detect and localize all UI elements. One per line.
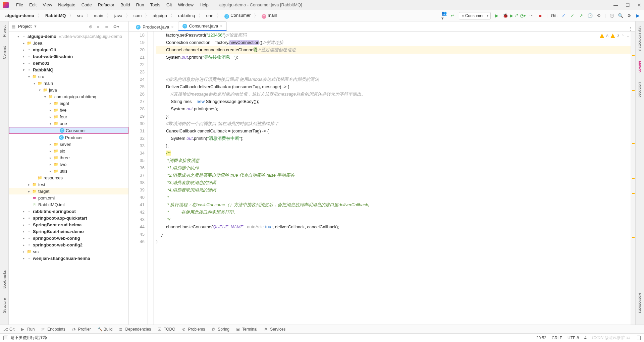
close-tab-icon[interactable]: × xyxy=(171,25,174,30)
project-view-icon[interactable]: ▤ xyxy=(11,24,16,29)
project-title[interactable]: Project xyxy=(18,24,32,29)
rail-key-promoter[interactable]: Key Promoter X xyxy=(638,24,642,53)
tree-item[interactable]: ▸📁.idea xyxy=(9,40,128,46)
event-log-icon[interactable] xyxy=(3,336,8,340)
tree-item[interactable]: ▸📁target xyxy=(9,188,128,194)
git-push-icon[interactable]: ↗ xyxy=(579,13,584,18)
maximize-icon[interactable]: ☐ xyxy=(626,2,630,8)
settings-icon[interactable]: ⚙ xyxy=(627,13,632,18)
menu-git[interactable]: Git xyxy=(164,1,175,8)
breadcrumb-item[interactable]: one xyxy=(204,12,216,19)
menu-build[interactable]: Build xyxy=(118,1,133,8)
next-highlight-icon[interactable]: ⌄ xyxy=(626,34,629,38)
run-config-selector[interactable]: C Consumer xyxy=(459,12,491,19)
menu-navigate[interactable]: Navigate xyxy=(55,1,78,8)
menu-refactor[interactable]: Refactor xyxy=(95,1,117,8)
rail-bookmarks[interactable]: Bookmarks xyxy=(2,269,6,290)
git-rollback-icon[interactable]: ⟲ xyxy=(596,13,601,18)
tree-item[interactable]: ▾▫RabbitMQ xyxy=(9,66,128,73)
tree-item[interactable]: mpom.xml xyxy=(9,194,128,201)
rail-commit[interactable]: Commit xyxy=(2,45,6,60)
bottom-tool-problems[interactable]: ⊘Problems xyxy=(182,327,205,332)
tree-item[interactable]: ▸▫springboot-web-config xyxy=(9,235,128,241)
tree-item[interactable]: ⎘RabbitMQ.iml xyxy=(9,201,128,208)
breadcrumb-item[interactable]: java xyxy=(112,12,124,19)
fold-gutter[interactable] xyxy=(148,32,154,325)
menu-help[interactable]: Help xyxy=(197,1,211,8)
bottom-tool-profiler[interactable]: ◔Profiler xyxy=(72,327,91,332)
tree-item[interactable]: CConsumer xyxy=(9,127,128,134)
tree-item[interactable]: ▾📁java xyxy=(9,87,128,93)
run-icon[interactable]: ▶ xyxy=(494,13,499,18)
git-update-icon[interactable]: ✓ xyxy=(561,13,567,18)
tree-item[interactable]: ▸📁six xyxy=(9,148,128,154)
attach-icon[interactable]: ⋯ xyxy=(529,13,534,18)
hide-icon[interactable]: — xyxy=(121,24,126,29)
tree-item[interactable]: ▸📁seven xyxy=(9,141,128,148)
tree-item[interactable]: ▾📁one xyxy=(9,120,128,127)
translate-icon[interactable]: ㊥ xyxy=(609,13,614,18)
tree-item[interactable]: ▸▫springboot-aop-quickstart xyxy=(9,215,128,221)
rail-notifications[interactable]: Notifications xyxy=(638,292,642,315)
tree-item[interactable]: ▸▫demo01 xyxy=(9,60,128,66)
tree-item[interactable]: ▾📁com.atguigu.rabbitmq xyxy=(9,93,128,100)
editor-tab[interactable]: CProducer.java× xyxy=(131,22,178,31)
status-encoding[interactable]: UTF-8 xyxy=(568,336,579,340)
collapse-all-icon[interactable]: ≣ xyxy=(105,24,110,29)
tree-item[interactable]: ▸▫SpringBoot-crud-heima xyxy=(9,221,128,228)
rail-project[interactable]: Project xyxy=(2,24,6,38)
tree-item[interactable]: CProducer xyxy=(9,134,128,141)
tree-item[interactable]: ▸📁src xyxy=(9,248,128,255)
debug-icon[interactable]: 🐞 xyxy=(503,13,508,18)
users-icon[interactable]: 👥▾ xyxy=(441,13,447,18)
breadcrumb-item[interactable]: atguigu xyxy=(151,12,169,19)
tree-item[interactable]: 📁resources xyxy=(9,174,128,181)
editor-tab[interactable]: CConsumer.java× xyxy=(178,21,227,31)
search-icon[interactable]: 🔍 xyxy=(618,13,623,18)
code-editor[interactable]: factory.setPassword("123456");//设置密码 Con… xyxy=(154,32,631,325)
rail-database[interactable]: Database xyxy=(638,80,642,99)
bottom-tool-terminal[interactable]: ▣Terminal xyxy=(236,327,257,332)
project-dropdown-icon[interactable]: ▼ xyxy=(34,24,37,28)
bottom-tool-endpoints[interactable]: ⇄Endpoints xyxy=(41,327,65,332)
menu-code[interactable]: Code xyxy=(79,1,95,8)
bottom-tool-spring[interactable]: ✿Spring xyxy=(212,327,229,332)
bottom-tool-dependencies[interactable]: ≣Dependencies xyxy=(119,327,151,332)
menu-edit[interactable]: Edit xyxy=(26,1,39,8)
breadcrumb-item[interactable]: RabbitMQ xyxy=(43,12,68,19)
stop-icon[interactable]: ■ xyxy=(538,13,543,18)
rail-structure[interactable]: Structure xyxy=(2,297,6,315)
inspection-badges[interactable]: 8 3 ⌃ ⌄ xyxy=(600,34,629,38)
tree-item[interactable]: ▸📁eight xyxy=(9,100,128,107)
tree-item[interactable]: ▸▫boot-web-05-admin xyxy=(9,53,128,60)
locate-icon[interactable]: ⊕ xyxy=(89,24,94,29)
git-commit-icon[interactable]: ✓ xyxy=(570,13,575,18)
status-eol[interactable]: CRLF xyxy=(552,336,562,340)
close-tab-icon[interactable]: × xyxy=(220,24,222,28)
tree-item[interactable]: ▸📁four xyxy=(9,113,128,120)
line-gutter[interactable]: 1819202122232425262728293031323334353637… xyxy=(129,32,148,325)
tree-item[interactable]: ▸📁two xyxy=(9,161,128,168)
menu-window[interactable]: Window xyxy=(175,1,196,8)
tree-item[interactable]: ▸▫wenjian-shangchuan-heima xyxy=(9,255,128,262)
menu-run[interactable]: Run xyxy=(133,1,147,8)
tree-item[interactable]: ▸📁five xyxy=(9,107,128,113)
back-icon[interactable]: ↩ xyxy=(450,13,455,18)
menu-file[interactable]: File xyxy=(13,1,26,8)
expand-all-icon[interactable]: ≡ xyxy=(97,24,102,29)
breadcrumb-item[interactable]: CConsumer xyxy=(222,12,253,19)
tree-item[interactable]: ▾📁main xyxy=(9,80,128,87)
prev-highlight-icon[interactable]: ⌃ xyxy=(621,34,624,38)
settings-dropdown-icon[interactable]: ⚙▾ xyxy=(113,24,118,29)
breadcrumb-item[interactable]: main xyxy=(92,12,105,19)
breadcrumb-item[interactable]: com xyxy=(131,12,144,19)
tree-item[interactable]: ▸▫SpringBoot-heima-demo xyxy=(9,228,128,235)
breadcrumb-item[interactable]: src xyxy=(75,12,85,19)
menu-view[interactable]: View xyxy=(40,1,55,8)
tree-item[interactable]: ▸▫atguigu-Git xyxy=(9,46,128,53)
tab-tools-icon[interactable]: ⋮ xyxy=(628,26,633,31)
bottom-tool-run[interactable]: ▶Run xyxy=(21,327,35,332)
lock-icon[interactable] xyxy=(637,336,641,340)
git-history-icon[interactable]: 🕒 xyxy=(587,13,593,18)
rail-maven[interactable]: Maven xyxy=(638,60,642,74)
